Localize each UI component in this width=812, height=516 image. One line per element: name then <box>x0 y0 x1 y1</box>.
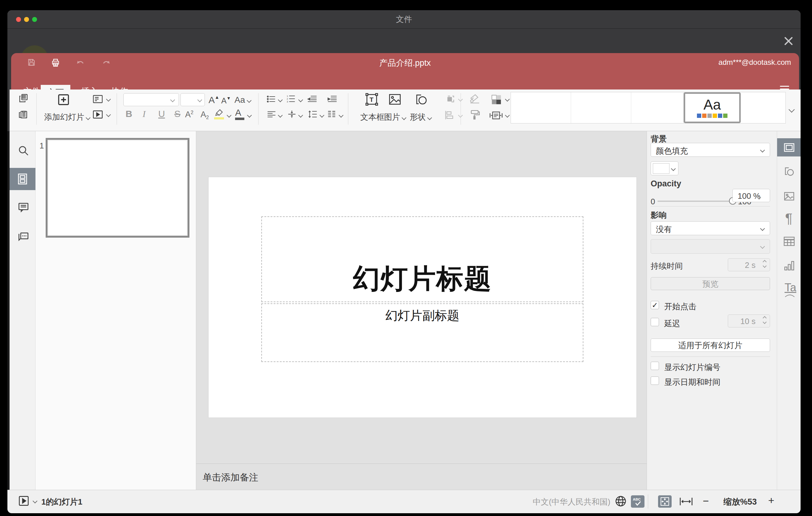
theme-gallery-expand-icon[interactable] <box>788 107 795 113</box>
numbered-list-icon[interactable]: 123 <box>286 94 295 103</box>
highlight-chevron-icon[interactable] <box>227 113 232 118</box>
slide-thumbnail[interactable] <box>46 138 190 238</box>
theme-thumbnail[interactable] <box>741 92 785 123</box>
effect-select[interactable]: 没有 <box>651 221 770 235</box>
font-color-icon[interactable]: A <box>235 108 244 120</box>
select-colors-icon[interactable] <box>491 94 502 106</box>
theme-thumbnail[interactable] <box>571 92 631 123</box>
clear-style-icon[interactable] <box>469 94 481 104</box>
opacity-label: Opacity <box>651 179 681 189</box>
right-icon-strip: ¶ Ta <box>777 131 801 490</box>
background-fill-select[interactable]: 颜色填充 <box>651 143 770 157</box>
fill-color-picker[interactable] <box>651 162 678 175</box>
table-settings-icon[interactable] <box>783 236 795 247</box>
slide-settings-icon[interactable] <box>777 138 801 156</box>
superscript-button[interactable]: A2 <box>185 110 194 119</box>
opacity-slider-track[interactable] <box>658 201 735 202</box>
change-case-button[interactable]: Aa <box>234 95 251 105</box>
apply-to-all-slides-button[interactable]: 适用于所有幻灯片 <box>651 339 770 352</box>
arrange-icon[interactable] <box>444 94 456 106</box>
decrease-font-icon[interactable]: A▼ <box>221 96 231 106</box>
slide-size-chevron-icon[interactable] <box>505 113 510 118</box>
zoom-in-button[interactable]: + <box>768 495 774 506</box>
start-slideshow-icon[interactable] <box>92 110 103 119</box>
vertical-align-icon[interactable] <box>288 110 296 118</box>
notes-area[interactable]: 单击添加备注 <box>196 463 647 490</box>
notes-placeholder[interactable]: 单击添加备注 <box>203 471 258 484</box>
textart-settings-icon[interactable]: Ta <box>785 281 796 297</box>
start-on-click-checkbox[interactable]: ✓ <box>651 301 659 309</box>
align-shapes-icon[interactable] <box>444 111 455 120</box>
bullet-list-chevron-icon[interactable] <box>278 97 283 103</box>
spellcheck-toggle[interactable]: ABC <box>631 495 644 508</box>
vertical-align-chevron-icon[interactable] <box>298 113 303 118</box>
insert-shape-icon[interactable] <box>414 93 428 106</box>
insert-image-icon[interactable] <box>388 93 402 106</box>
slideshow-status-chevron-icon[interactable] <box>33 499 38 504</box>
font-size-combo[interactable] <box>180 93 205 106</box>
horizontal-align-icon[interactable] <box>267 111 276 118</box>
macos-titlebar: 文件 <box>7 10 801 29</box>
line-spacing-icon[interactable] <box>308 110 317 118</box>
bullet-list-icon[interactable] <box>266 95 276 103</box>
theme-thumbnail[interactable] <box>511 92 571 123</box>
subscript-button[interactable]: A2 <box>201 110 209 120</box>
theme-thumbnail[interactable] <box>631 92 684 123</box>
paste-icon[interactable] <box>19 109 28 119</box>
increase-indent-icon[interactable] <box>327 95 338 103</box>
shape-settings-icon[interactable] <box>783 166 795 177</box>
slide-layout-icon[interactable] <box>92 94 103 104</box>
increase-font-icon[interactable]: A▲ <box>208 94 219 105</box>
paragraph-settings-icon[interactable]: ¶ <box>785 211 792 226</box>
line-spacing-chevron-icon[interactable] <box>320 113 324 118</box>
columns-chevron-icon[interactable] <box>339 113 344 118</box>
textbox-icon[interactable]: T <box>365 93 379 106</box>
bold-button[interactable]: B <box>125 109 132 119</box>
fit-to-width-button[interactable] <box>679 497 693 506</box>
sidebar-item-comments[interactable] <box>18 202 29 213</box>
strikethrough-button[interactable]: S <box>174 109 180 119</box>
add-slide-icon[interactable] <box>57 93 70 106</box>
font-name-combo[interactable] <box>123 93 179 106</box>
search-icon[interactable] <box>18 145 29 156</box>
select-colors-chevron-icon[interactable] <box>505 97 510 102</box>
italic-button[interactable]: I <box>143 109 146 119</box>
chart-settings-icon[interactable] <box>784 260 795 271</box>
slide-layout-chevron-icon[interactable] <box>106 97 111 102</box>
effect-label: 影响 <box>651 210 667 221</box>
copy-icon[interactable] <box>19 93 28 103</box>
show-slide-number-checkbox[interactable]: ✓ <box>651 362 659 370</box>
close-dialog-icon[interactable] <box>782 35 795 47</box>
theme-thumbnail-selected[interactable]: Aa <box>684 92 741 123</box>
zoom-out-button[interactable]: − <box>703 496 709 506</box>
slideshow-chevron-icon[interactable] <box>106 112 111 117</box>
copy-style-icon[interactable] <box>470 109 480 120</box>
slide-canvas[interactable]: 幻灯片标题 幻灯片副标题 <box>208 177 637 418</box>
horizontal-align-chevron-icon[interactable] <box>278 113 283 118</box>
language-selector[interactable]: 中文(中华人民共和国) <box>533 496 610 507</box>
fit-to-slide-toggle[interactable] <box>658 495 672 508</box>
start-slideshow-status-icon[interactable] <box>19 496 29 506</box>
sidebar-item-slides[interactable] <box>9 168 35 190</box>
columns-icon[interactable] <box>327 110 336 118</box>
add-slide-button[interactable]: 添加幻灯片 <box>44 112 90 122</box>
title-placeholder[interactable]: 幻灯片标题 <box>261 216 583 302</box>
editor-canvas-area: 幻灯片标题 幻灯片副标题 <box>196 131 647 463</box>
numbered-list-chevron-icon[interactable] <box>298 97 303 103</box>
opacity-value-spinbox[interactable]: 100 % <box>732 189 770 202</box>
underline-button[interactable]: U <box>158 109 165 119</box>
insert-shape-button[interactable]: 形状 <box>410 112 431 122</box>
font-color-chevron-icon[interactable] <box>247 113 252 118</box>
theme-gallery[interactable]: Aa <box>511 92 786 123</box>
highlight-color-icon[interactable] <box>214 108 224 119</box>
decrease-indent-icon[interactable] <box>307 95 317 103</box>
insert-image-button[interactable]: 图片 <box>384 112 406 122</box>
slide-size-icon[interactable] <box>490 111 502 120</box>
document-language-icon[interactable] <box>614 495 627 507</box>
textbox-button[interactable]: 文本框 <box>360 112 384 122</box>
image-settings-icon[interactable] <box>783 191 795 202</box>
sidebar-item-chat[interactable] <box>18 231 29 243</box>
delay-checkbox[interactable]: ✓ <box>651 318 659 326</box>
show-date-time-checkbox[interactable]: ✓ <box>651 376 659 385</box>
subtitle-placeholder[interactable]: 幻灯片副标题 <box>261 304 583 362</box>
